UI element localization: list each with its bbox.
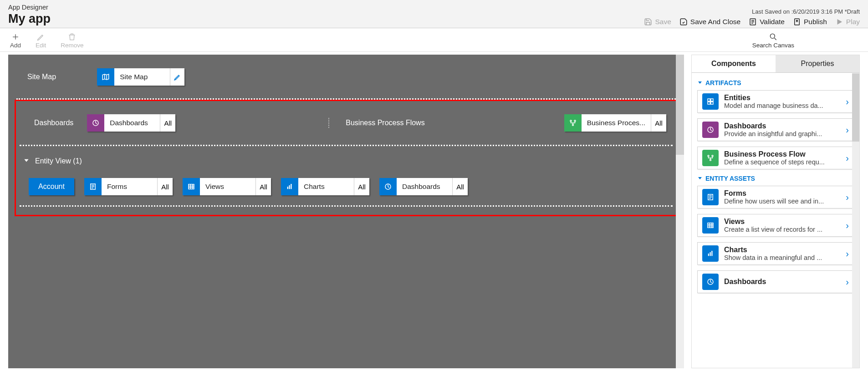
card-dashboards[interactable]: Dashboards Provide an insightful and gra… (697, 118, 854, 141)
play-button: Play (835, 18, 860, 26)
forms-all[interactable]: All (157, 178, 173, 195)
card-entities-title: Entities (724, 94, 840, 102)
card-ea-dashboards-title: Dashboards (724, 278, 840, 286)
bpf-tile-label: Business Proces... (582, 114, 651, 132)
sitemap-tile-label: Site Map (114, 68, 170, 86)
dashboard-icon (702, 122, 719, 138)
bpf-all[interactable]: All (651, 114, 666, 132)
publish-button[interactable]: Publish (793, 18, 827, 26)
validate-label: Validate (760, 18, 785, 26)
svg-rect-18 (708, 102, 710, 104)
drag-handle-icon[interactable] (328, 114, 332, 132)
last-saved-status: Last Saved on :6/20/2019 3:16 PM *Draft (644, 8, 860, 15)
save-label: Save (655, 18, 671, 26)
pencil-icon (36, 32, 46, 42)
card-views-desc: Create a list view of records for ... (724, 226, 840, 233)
save-close-label: Save And Close (690, 18, 740, 26)
charts-tile[interactable]: Charts All (281, 178, 369, 195)
card-dashboards-title: Dashboards (724, 122, 840, 130)
remove-button: Remove (61, 32, 83, 49)
charts-all[interactable]: All (354, 178, 369, 195)
chart-icon (702, 245, 719, 262)
section-entity-assets[interactable]: ENTITY ASSETS (697, 175, 854, 182)
svg-rect-16 (708, 99, 710, 101)
tab-components[interactable]: Components (692, 55, 776, 72)
remove-label: Remove (61, 42, 83, 49)
dashboards-tile[interactable]: Dashboards All (87, 114, 175, 132)
svg-rect-17 (711, 99, 713, 101)
dashboard-icon (702, 274, 719, 290)
bpf-tile[interactable]: Business Proces... All (564, 114, 666, 132)
card-bpf-title: Business Process Flow (724, 150, 840, 158)
svg-rect-27 (708, 254, 709, 256)
forms-tile-label: Forms (102, 178, 157, 195)
entity-dashboards-tile[interactable]: Dashboards All (379, 178, 468, 195)
sitemap-icon (97, 68, 114, 86)
dashboards-section-label: Dashboards (34, 119, 73, 127)
svg-point-7 (572, 124, 573, 126)
forms-tile[interactable]: Forms All (84, 178, 173, 195)
canvas-scrollbar[interactable] (676, 55, 684, 368)
tab-properties[interactable]: Properties (776, 55, 859, 72)
chevron-right-icon: › (846, 249, 849, 259)
search-canvas-button[interactable]: Search Canvas (752, 32, 794, 49)
save-and-close-button[interactable]: Save And Close (679, 18, 740, 26)
sitemap-edit-button[interactable] (170, 68, 184, 86)
svg-rect-11 (287, 187, 288, 189)
card-charts[interactable]: Charts Show data in a meaningful and ...… (697, 242, 854, 265)
entity-view-header[interactable]: Entity View (1) (18, 146, 674, 169)
add-button[interactable]: Add (10, 32, 21, 49)
form-icon (84, 178, 102, 195)
card-bpf-desc: Define a sequence of steps requ... (724, 158, 840, 166)
card-entities-desc: Model and manage business da... (724, 102, 840, 109)
panel-scrollbar[interactable] (852, 73, 859, 368)
card-entities[interactable]: Entities Model and manage business da...… (697, 90, 854, 113)
entity-dashboards-all[interactable]: All (452, 178, 468, 195)
section-entity-assets-label: ENTITY ASSETS (705, 175, 755, 182)
card-views[interactable]: Views Create a list view of records for … (697, 214, 854, 237)
account-entity-button[interactable]: Account (29, 178, 74, 195)
dashboards-tile-label: Dashboards (104, 114, 160, 132)
section-artifacts[interactable]: ARTIFACTS (697, 79, 854, 86)
views-all[interactable]: All (255, 178, 271, 195)
sitemap-tile[interactable]: Site Map (97, 68, 184, 86)
svg-rect-13 (291, 184, 291, 189)
highlighted-region: Dashboards Dashboards All Business Proce… (15, 100, 678, 216)
form-icon (702, 189, 719, 205)
publish-label: Publish (804, 18, 827, 26)
section-artifacts-label: ARTIFACTS (705, 79, 741, 86)
svg-marker-15 (698, 81, 702, 84)
dashboard-icon (87, 114, 104, 132)
validate-button[interactable]: Validate (749, 18, 785, 26)
grid-icon (183, 178, 200, 195)
chevron-right-icon: › (846, 153, 849, 163)
chevron-right-icon: › (846, 277, 849, 287)
edit-label: Edit (36, 42, 46, 49)
canvas[interactable]: Site Map Site Map Dashboards Dashboards … (8, 55, 684, 368)
breadcrumb[interactable]: App Designer (8, 4, 51, 11)
card-forms[interactable]: Forms Define how users will see and in..… (697, 186, 854, 208)
views-tile[interactable]: Views All (183, 178, 271, 195)
search-icon (769, 32, 778, 42)
svg-point-6 (574, 120, 576, 122)
grid-icon (702, 217, 719, 234)
svg-marker-8 (24, 159, 28, 162)
card-ea-dashboards[interactable]: Dashboards › (697, 270, 854, 293)
bpf-icon (564, 114, 582, 132)
card-forms-title: Forms (724, 189, 840, 198)
chevron-right-icon: › (846, 97, 849, 107)
chevron-down-icon (697, 79, 703, 86)
svg-rect-28 (710, 252, 711, 256)
chart-icon (281, 178, 298, 195)
svg-point-21 (708, 155, 709, 157)
card-bpf[interactable]: Business Process Flow Define a sequence … (697, 147, 854, 169)
plus-icon (11, 32, 20, 42)
play-icon (835, 18, 843, 26)
chevron-right-icon: › (846, 220, 849, 231)
svg-point-5 (570, 120, 572, 122)
card-dashboards-desc: Provide an insightful and graphi... (724, 130, 840, 137)
card-views-title: Views (724, 218, 840, 226)
dashboards-all[interactable]: All (160, 114, 175, 132)
divider (20, 205, 673, 207)
svg-rect-29 (711, 251, 712, 256)
